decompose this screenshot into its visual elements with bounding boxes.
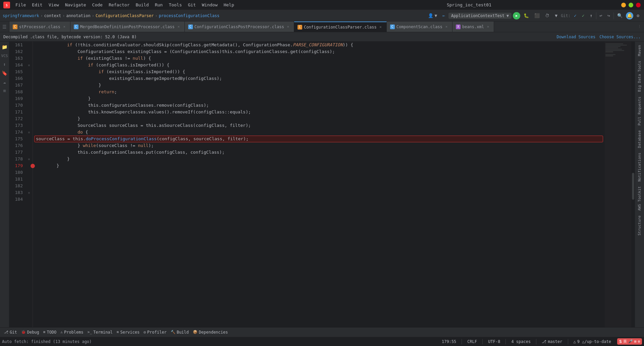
coverage-button[interactable]: ⬛ (532, 12, 542, 19)
line-col-text: 179:55 (442, 339, 456, 344)
profiler-button[interactable]: ⏱ (543, 12, 551, 19)
menu-item-file[interactable]: File (13, 2, 29, 8)
right-tool-structure[interactable]: Structure (636, 213, 643, 238)
breadcrumb-part-4[interactable]: processConfigurationClass (159, 13, 220, 18)
status-charset[interactable]: UTF-8 (486, 338, 502, 345)
code-line-164: if (configClass.isImported()) { (36, 62, 602, 68)
tab-mergedbean[interactable]: C MergedBeanDefinitionPostProcessor.clas… (70, 21, 185, 32)
tab-icon-beansxml: X (456, 24, 461, 29)
app-logo: S (3, 2, 10, 8)
menu-item-run[interactable]: Run (152, 2, 165, 8)
breadcrumb-part-1[interactable]: context (44, 13, 61, 18)
bottom-toolbar: ⎇ Git 🐞 Debug ≡ TODO ⚠ Problems >_ Termi… (0, 327, 644, 337)
download-sources-button[interactable]: Download Sources (557, 35, 596, 39)
left-sidebar-vcs[interactable]: VCS (1, 52, 9, 60)
tab-stprocessor[interactable]: C stProcessor.class × (9, 21, 70, 32)
tool-git[interactable]: ⎇ Git (2, 329, 19, 336)
tool-build[interactable]: 🔨 Build (169, 329, 191, 336)
left-sidebar-aws[interactable]: ☁ (1, 78, 9, 86)
breadcrumb-part-2[interactable]: annotation (66, 13, 90, 18)
right-tool-maven[interactable]: Maven (636, 43, 643, 58)
left-sidebar-pullrequests[interactable]: ⬆ (1, 60, 9, 68)
scroll-thumb[interactable] (632, 173, 634, 200)
tool-problems[interactable]: ⚠ Problems (58, 329, 85, 336)
status-warnings[interactable]: △ 9 △/up-to-date (572, 338, 613, 345)
right-tool-pullrequests[interactable]: Pull Requests (636, 95, 643, 128)
status-indent[interactable]: 4 spaces (509, 338, 533, 345)
status-vcs[interactable]: ⎇ master (540, 338, 564, 345)
menu-item-help[interactable]: Help (221, 2, 237, 8)
tab-configparser[interactable]: C ConfigurationClassParser.class × (294, 21, 387, 32)
undo-button[interactable]: ↩ (598, 12, 604, 19)
tab-close-configpostprocessor[interactable]: × (286, 24, 290, 29)
left-sidebar-project[interactable]: 📁 (1, 43, 9, 51)
right-tool-bigdata[interactable]: Big Data Tools (636, 59, 643, 94)
menu-item-navigate[interactable]: Navigate (62, 2, 89, 8)
code-line-176: SourceClass sourceClass = this.asSourceC… (36, 122, 602, 129)
tab-close-mergedbean[interactable]: × (176, 24, 181, 29)
breadcrumb-part-0[interactable]: springframework (3, 13, 39, 18)
git-checkmark-2[interactable]: ✓ (580, 12, 587, 19)
tool-git-label: Git (10, 330, 17, 335)
menu-item-refactor[interactable]: Refactor (106, 2, 132, 8)
menu-item-window[interactable]: Window (199, 2, 220, 8)
tool-profiler[interactable]: ◎ Profiler (142, 329, 168, 336)
code-line-183: } (36, 156, 602, 162)
choose-sources-button[interactable]: Choose Sources... (599, 35, 641, 39)
tool-dependencies[interactable]: 📦 Dependencies (191, 329, 230, 336)
menu-item-tools[interactable]: Tools (166, 2, 184, 8)
breadcrumb-part-3[interactable]: ConfigurationClassParser (96, 13, 154, 18)
menu-item-build[interactable]: Build (133, 2, 152, 8)
right-tool-database[interactable]: Database (636, 128, 643, 150)
tool-terminal[interactable]: >_ Terminal (86, 329, 115, 336)
tool-todo[interactable]: ≡ TODO (41, 329, 59, 336)
menu-item-view[interactable]: View (46, 2, 62, 8)
run-config-selector[interactable]: ApplicationContextTest ▼ (448, 13, 512, 19)
menu-item-code[interactable]: Code (90, 2, 105, 8)
tool-debug-label: Debug (27, 330, 39, 335)
run-button[interactable]: ▶ (513, 12, 520, 19)
tab-close-configparser[interactable]: × (378, 25, 383, 30)
git-checkmark-1[interactable]: ✓ (572, 12, 579, 19)
sidebar-toggle[interactable]: ☰ (0, 21, 9, 32)
vcs-button[interactable]: 👤 ▼ (426, 12, 439, 19)
tab-configpostprocessor[interactable]: C ConfigurationClassPostProcessor.class … (185, 21, 294, 32)
tab-icon-mergedbean: C (74, 24, 78, 29)
menu-item-edit[interactable]: Edit (29, 2, 45, 8)
vertical-scrollbar[interactable] (631, 42, 635, 333)
minimize-button[interactable] (621, 3, 626, 7)
status-crlf[interactable]: CRLF (465, 338, 479, 345)
tab-close-beansxml[interactable]: × (486, 24, 490, 29)
code-line-161: if (!this.conditionEvaluator.shouldSkip(… (36, 42, 602, 48)
tab-close-componentscan[interactable]: × (444, 24, 449, 29)
close-button[interactable] (636, 3, 641, 7)
s-lang-icon: 英 (623, 339, 627, 344)
right-tool-notifications[interactable]: Notifications (636, 151, 643, 184)
tab-beansxml[interactable]: X beans.xml × (452, 21, 494, 32)
notifications-button[interactable]: 🔔 (626, 12, 633, 19)
right-sidebar-tools: Maven Big Data Tools Pull Requests Datab… (635, 42, 644, 337)
tab-close-stprocessor[interactable]: × (62, 24, 67, 29)
right-tool-aws[interactable]: AWS Toolkit (636, 184, 643, 213)
search-button[interactable]: 🔍 (615, 12, 625, 19)
decompiled-actions: Download Sources Choose Sources... (557, 35, 641, 39)
git-push[interactable]: ↑ (588, 12, 595, 19)
left-sidebar-structure[interactable]: ≡ (1, 87, 9, 95)
menu-item-git[interactable]: Git (185, 2, 198, 8)
status-line-col[interactable]: 179:55 (440, 338, 458, 345)
tab-label-componentscan: ComponentScan.class (396, 24, 442, 29)
tab-componentscan[interactable]: C ComponentScan.class × (387, 21, 452, 32)
more-run-button[interactable]: ▼ (553, 12, 559, 19)
back-button[interactable]: ← (440, 12, 447, 19)
s-table-icon: ⊞ (634, 339, 637, 344)
debug-button[interactable]: 🐛 (522, 12, 531, 19)
tab-more-button[interactable]: ⋮ (636, 23, 643, 30)
maximize-button[interactable] (629, 3, 633, 7)
left-sidebar-bookmarks[interactable]: 🔖 (1, 69, 9, 77)
tab-bar: ☰ C stProcessor.class × C MergedBeanDefi… (0, 21, 644, 32)
tool-services[interactable]: ≋ Services (115, 329, 142, 336)
settings-button[interactable]: ⚙ (635, 12, 641, 19)
redo-button[interactable]: ↪ (605, 12, 612, 19)
window-title: Spring_ioc_test01 (317, 2, 621, 7)
tool-debug[interactable]: 🐞 Debug (19, 329, 41, 336)
